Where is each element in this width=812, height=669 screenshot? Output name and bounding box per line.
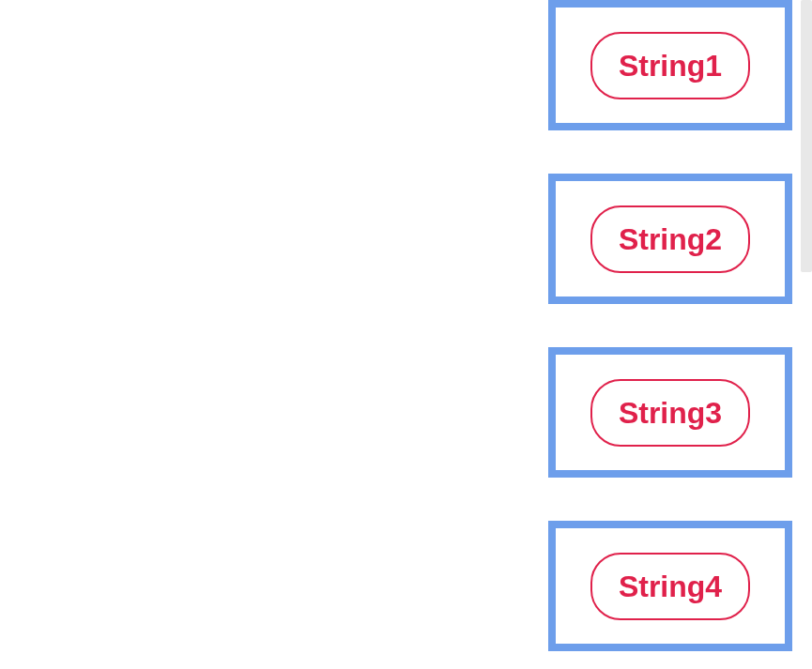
card-2: String2 (548, 174, 792, 304)
pill-label: String3 (619, 398, 722, 428)
card-3: String3 (548, 347, 792, 478)
card-1: String1 (548, 0, 792, 130)
card-4: String4 (548, 521, 792, 651)
pill-label: String1 (619, 51, 722, 81)
pill-label: String4 (619, 571, 722, 601)
card-column: String1 String2 String3 String4 (548, 0, 792, 651)
scrollbar-track[interactable] (801, 0, 812, 272)
pill-3[interactable]: String3 (590, 379, 750, 447)
pill-2[interactable]: String2 (590, 205, 750, 273)
pill-label: String2 (619, 224, 722, 254)
pill-1[interactable]: String1 (590, 32, 750, 99)
pill-4[interactable]: String4 (590, 553, 750, 620)
